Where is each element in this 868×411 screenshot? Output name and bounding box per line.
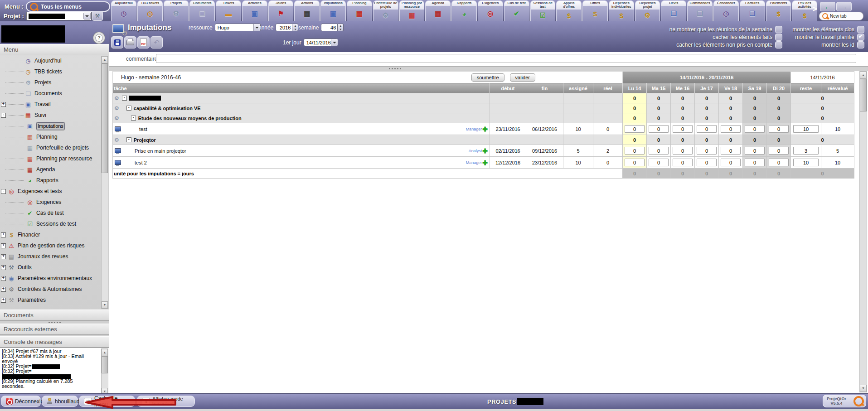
day-input[interactable] (769, 125, 789, 133)
sidebar-item-planning[interactable]: ▦Planning (0, 131, 109, 142)
sidebar-item-financier[interactable]: +$Financier (0, 229, 109, 240)
checkbox-montrer-le-travail-planifi[interactable] (857, 34, 864, 41)
sidebar-item-cas-de-test[interactable]: ✔Cas de test (0, 208, 109, 218)
day-input[interactable] (649, 147, 669, 155)
day-input[interactable] (673, 159, 693, 166)
expander-icon[interactable]: + (1, 276, 6, 281)
tab-planning-par-ressource[interactable]: Planning par ressource▦ (399, 0, 425, 21)
validate-button[interactable]: valider (510, 73, 535, 82)
help-icon[interactable]: ? (93, 32, 105, 44)
tab-d-penses-individuelles[interactable]: Dépenses individuelles$ (609, 0, 634, 21)
remaining-input[interactable] (793, 125, 819, 133)
column-header-sa-19[interactable]: Sa 19 (743, 83, 767, 93)
sidebar-item-outils[interactable]: +⚒Outils (0, 262, 109, 273)
tab-offres[interactable]: Offres$ (582, 0, 608, 21)
day-input[interactable] (697, 147, 717, 155)
day-input[interactable] (745, 159, 765, 166)
column-header-reste[interactable]: reste (791, 83, 821, 93)
day-input[interactable] (697, 125, 717, 133)
column-header-ve-18[interactable]: Ve 18 (719, 83, 743, 93)
expander-icon[interactable]: - (1, 113, 6, 118)
option-montrer-les-id[interactable]: montrer les id (792, 42, 864, 48)
sidebar-item-planning-par-ressource[interactable]: ▦Planning par ressource (0, 153, 109, 164)
add-imputation-icon[interactable]: ✚ (482, 160, 488, 166)
column-header-r-valu[interactable]: réévalué (821, 83, 854, 93)
tabs-overflow-chevron[interactable]: > (812, 5, 817, 14)
tab-actions[interactable]: Actions▦ (294, 0, 320, 21)
tab-projets[interactable]: Projets⚙ (164, 0, 189, 21)
sidebar-item-journaux-des-revues[interactable]: +▤Journaux des revues (0, 251, 109, 262)
day-input[interactable] (721, 159, 741, 166)
tab-sessions-de-test[interactable]: Sessions de test☑ (530, 0, 556, 21)
tab-imputations[interactable]: Imputations▣ (320, 0, 346, 21)
task-cell[interactable]: test 2Manager✚ (113, 157, 490, 169)
day-input[interactable] (625, 147, 645, 155)
add-imputation-icon[interactable]: ✚ (482, 126, 488, 132)
column-header-fin[interactable]: fin (526, 83, 563, 93)
project-select[interactable] (26, 12, 92, 20)
checkbox-montrer-les-l-ments-clos[interactable] (857, 26, 864, 33)
tab-commandes[interactable]: Commandes❏ (687, 0, 713, 21)
console-scrollbar[interactable]: ▲ ▼ (101, 348, 108, 396)
tab-cas-de-test[interactable]: Cas de test✔ (504, 0, 529, 21)
day-input[interactable] (673, 125, 693, 133)
table-scrollbar[interactable]: ▲ ▼ (859, 71, 867, 392)
option-cacher-les-l-ments-non-pris-en-compte[interactable]: cacher les éléments non pris en compte (669, 42, 782, 48)
task-cell[interactable]: ⚙-capabilité & optimisation VE (113, 103, 490, 113)
sidebar-item-param-tres[interactable]: +⚒Paramètres (0, 295, 109, 305)
print-button[interactable] (124, 36, 136, 48)
tab-factures[interactable]: Factures❏ (740, 0, 765, 21)
submit-button[interactable]: soumettre (471, 73, 504, 82)
day-input[interactable] (649, 125, 669, 133)
external-shortcuts-section-header[interactable]: Raccourcis externes (0, 324, 109, 335)
tab-jalons[interactable]: Jalons⚑ (268, 0, 294, 21)
tab-ch-ancier[interactable]: Échéancier◷ (713, 0, 739, 21)
column-header-r-el[interactable]: réel (593, 83, 623, 93)
scroll-down-icon[interactable]: ▼ (860, 385, 867, 392)
documents-section-header[interactable]: Documents (0, 309, 109, 321)
year-input[interactable] (276, 24, 292, 31)
option-ne-montrer-que-les-r-unions-de-la-semaine[interactable]: ne montrer que les réunions de la semain… (669, 26, 782, 33)
new-tab-button[interactable]: New tab (819, 12, 863, 20)
tab-planning[interactable]: Planning▦ (347, 0, 372, 21)
remaining-input[interactable] (793, 159, 819, 166)
checkbox-cacher-les-l-ments-non-pris-en-compte[interactable] (775, 41, 782, 48)
day-input[interactable] (745, 125, 765, 133)
day-input[interactable] (721, 125, 741, 133)
expander-icon[interactable]: + (1, 254, 6, 259)
tab-d-penses-projet[interactable]: Dépenses projet⚙ (635, 0, 660, 21)
expander-icon[interactable]: - (1, 189, 6, 194)
task-cell[interactable]: testManager✚ (113, 123, 490, 135)
column-header-assign[interactable]: assigné (563, 83, 593, 93)
day-input[interactable] (625, 125, 645, 133)
expander-icon[interactable]: + (1, 102, 6, 107)
expander-icon[interactable]: + (1, 243, 6, 248)
expander-icon[interactable]: + (1, 265, 6, 270)
user-button[interactable]: hbouillaud (42, 396, 78, 407)
sidebar-item-suivi[interactable]: -▦Suivi (0, 110, 109, 121)
tab-documents[interactable]: Documents❏ (189, 0, 215, 21)
column-header-ma-15[interactable]: Ma 15 (647, 83, 671, 93)
day-input[interactable] (769, 147, 789, 155)
message-console-section-header[interactable]: Console de messages (0, 336, 109, 348)
checkbox-montrer-les-id[interactable] (857, 41, 864, 48)
day-input[interactable] (697, 159, 717, 166)
scroll-up-icon[interactable]: ▲ (860, 72, 867, 79)
tab-agenda[interactable]: Agenda▦ (425, 0, 451, 21)
project-edit-button[interactable]: ⚒ (92, 11, 103, 21)
column-header-je-17[interactable]: Je 17 (695, 83, 719, 93)
save-button[interactable] (111, 36, 123, 48)
sidebar-item-exigences-et-tests[interactable]: -◎Exigences et tests (0, 186, 109, 197)
collapse-icon[interactable]: - (122, 96, 127, 101)
sidebar-item-travail[interactable]: +▣Travail (0, 99, 109, 110)
week-input[interactable] (321, 24, 338, 31)
sidebar-item-agenda[interactable]: ▦Agenda (0, 164, 109, 175)
spinner-arrows-icon[interactable]: ▲▼ (338, 24, 344, 31)
sidebar-item-param-tres-environnementaux[interactable]: +◉Paramètres environnementaux (0, 273, 109, 284)
collapse-icon[interactable]: - (126, 106, 131, 111)
expander-icon[interactable]: + (1, 298, 6, 303)
day-input[interactable] (649, 159, 669, 166)
tab-rapports[interactable]: Rapports◕ (451, 0, 477, 21)
day-input[interactable] (721, 147, 741, 155)
sidebar-item-projets[interactable]: ⚙Projets (0, 77, 109, 88)
